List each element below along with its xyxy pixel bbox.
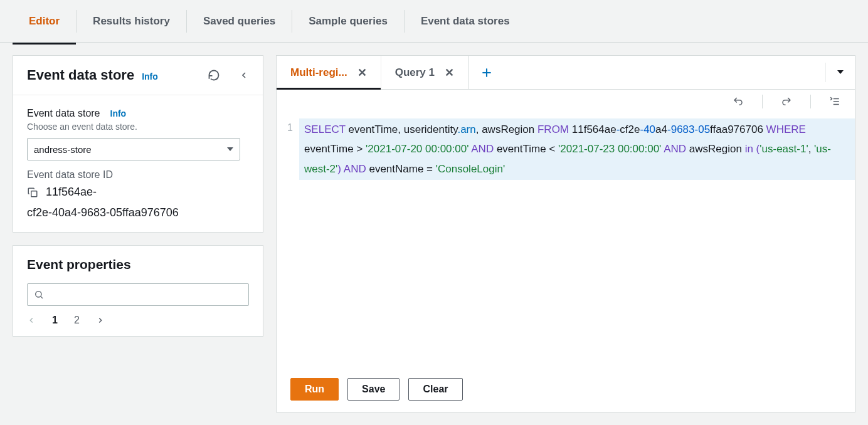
query-tab-query1[interactable]: Query 1 ✕ xyxy=(381,56,468,89)
event-properties-title: Event properties xyxy=(27,257,249,272)
event-data-store-header: Event data store Info xyxy=(13,56,263,95)
collapse-icon[interactable] xyxy=(239,69,249,81)
tabs-overflow-button[interactable] xyxy=(825,63,855,83)
store-id-label: Event data store ID xyxy=(27,169,249,181)
undo-icon[interactable] xyxy=(732,96,744,107)
query-tab-multi-region[interactable]: Multi-regi... ✕ xyxy=(277,56,381,89)
tab-results-history[interactable]: Results history xyxy=(77,10,187,33)
pager-prev-icon[interactable] xyxy=(27,315,36,326)
editor-toolbar xyxy=(277,90,855,113)
store-select-value: andress-store xyxy=(34,144,92,155)
properties-search-input[interactable] xyxy=(49,290,242,300)
svg-line-2 xyxy=(41,296,43,298)
store-id-row: 11f564ae- xyxy=(27,186,249,199)
caret-down-icon xyxy=(837,70,844,74)
clear-button[interactable]: Clear xyxy=(408,378,462,401)
run-button[interactable]: Run xyxy=(290,378,339,401)
editor-tabs-row: Multi-regi... ✕ Query 1 ✕ xyxy=(277,56,855,90)
tab-sample-queries[interactable]: Sample queries xyxy=(292,10,405,33)
search-icon xyxy=(34,290,44,300)
chevron-down-icon xyxy=(227,147,233,151)
copy-icon[interactable] xyxy=(27,187,38,198)
properties-search[interactable] xyxy=(27,283,249,306)
sql-editor[interactable]: 1 SELECT eventTime, useridentity.arn, aw… xyxy=(277,113,855,369)
tab-saved-queries[interactable]: Saved queries xyxy=(187,10,292,33)
add-tab-button[interactable] xyxy=(468,56,504,89)
event-data-store-info-link[interactable]: Info xyxy=(142,71,158,81)
save-button[interactable]: Save xyxy=(347,378,400,401)
sql-text[interactable]: SELECT eventTime, useridentity.arn, awsR… xyxy=(299,118,855,180)
svg-rect-0 xyxy=(31,191,37,196)
editor-panel: Multi-regi... ✕ Query 1 ✕ xyxy=(276,55,855,412)
redo-icon[interactable] xyxy=(780,96,793,107)
left-panel: Event data store Info Event data store I… xyxy=(13,55,263,412)
field-help-text: Choose an event data store. xyxy=(27,122,249,132)
field-info-link[interactable]: Info xyxy=(110,108,127,118)
tab-event-data-stores[interactable]: Event data stores xyxy=(405,10,526,33)
format-icon[interactable] xyxy=(828,96,841,107)
page-2[interactable]: 2 xyxy=(74,315,80,326)
pager: 1 2 xyxy=(13,312,263,336)
close-icon[interactable]: ✕ xyxy=(357,66,367,80)
query-tab-2-label: Query 1 xyxy=(395,66,435,79)
event-data-store-title: Event data store xyxy=(27,67,134,83)
refresh-icon[interactable] xyxy=(208,69,220,81)
close-icon[interactable]: ✕ xyxy=(445,66,454,80)
store-id-line2: cf2e-40a4-9683-05ffaa976706 xyxy=(27,206,249,219)
pager-next-icon[interactable] xyxy=(96,315,105,326)
tab-editor[interactable]: Editor xyxy=(13,10,77,33)
workspace: Event data store Info Event data store I… xyxy=(0,43,868,425)
editor-actions: Run Save Clear xyxy=(277,369,855,412)
svg-point-1 xyxy=(36,291,41,297)
line-number: 1 xyxy=(277,118,299,180)
store-select[interactable]: andress-store xyxy=(27,138,240,160)
event-properties-card: Event properties 1 2 xyxy=(13,245,263,337)
event-data-store-card: Event data store Info Event data store I… xyxy=(13,55,263,233)
top-tabs: Editor Results history Saved queries Sam… xyxy=(0,0,868,43)
field-label-store: Event data store xyxy=(27,108,100,119)
page-1[interactable]: 1 xyxy=(52,315,58,326)
query-tab-1-label: Multi-regi... xyxy=(290,66,347,79)
store-id-line1: 11f564ae- xyxy=(46,186,97,199)
